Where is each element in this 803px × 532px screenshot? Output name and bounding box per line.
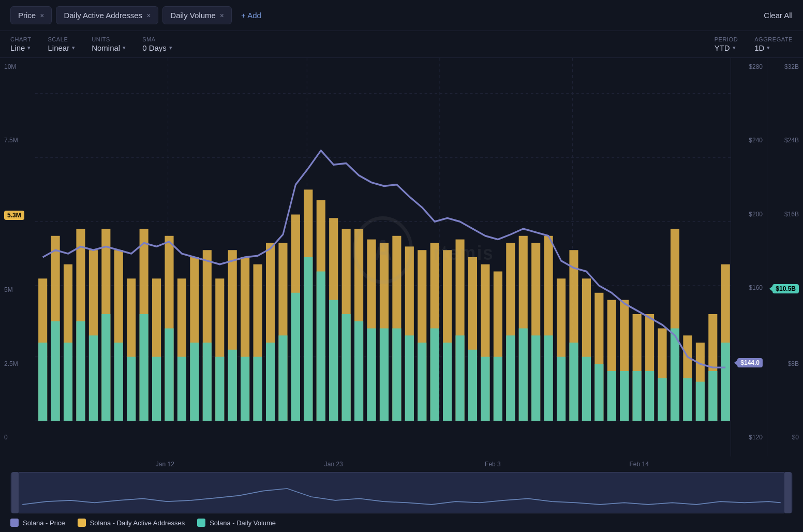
legend-active-label: Solana - Daily Active Addresses	[90, 519, 185, 527]
svg-rect-15	[64, 343, 72, 421]
svg-rect-53	[304, 257, 313, 421]
svg-rect-77	[456, 335, 465, 421]
aggregate-arrow-icon: ▾	[767, 45, 770, 51]
sma-control: SMA 0 Days ▾	[142, 36, 172, 52]
chart-control: CHART Line ▾	[10, 36, 31, 52]
sma-selector[interactable]: 0 Days ▾	[142, 43, 172, 52]
tab-daily-active-close[interactable]: ×	[146, 11, 151, 20]
tab-daily-volume-close[interactable]: ×	[220, 11, 224, 20]
legend: Solana - Price Solana - Daily Active Add…	[0, 513, 803, 532]
y-left-10m: 10M	[4, 63, 31, 70]
volume-badge: $10.5B	[772, 284, 799, 293]
svg-rect-37	[203, 343, 212, 421]
clear-all-button[interactable]: Clear All	[764, 11, 793, 20]
svg-rect-11	[38, 343, 47, 421]
sma-arrow-icon: ▾	[169, 45, 172, 51]
tab-daily-active-label: Daily Active Addresses	[64, 11, 142, 20]
period-label: PERIOD	[715, 36, 738, 42]
legend-price: Solana - Price	[10, 519, 65, 527]
x-axis: Jan 12 Jan 23 Feb 3 Feb 14	[0, 456, 803, 472]
legend-price-label: Solana - Price	[23, 519, 65, 527]
legend-volume-label: Solana - Daily Volume	[210, 519, 276, 527]
scale-label: SCALE	[48, 36, 75, 42]
svg-rect-97	[582, 357, 591, 421]
y-right2-0: $0	[771, 434, 799, 441]
tab-daily-volume-label: Daily Volume	[170, 11, 216, 20]
svg-rect-43	[241, 357, 249, 421]
period-control: PERIOD YTD ▾	[715, 36, 738, 52]
y-right1-200: $200	[735, 211, 763, 218]
svg-rect-61	[354, 321, 363, 421]
chart-selector[interactable]: Line ▾	[10, 43, 31, 52]
mini-chart-handle-right[interactable]	[784, 472, 792, 513]
chart-inner[interactable]: A rtemis	[35, 58, 731, 456]
svg-rect-41	[228, 350, 237, 421]
sma-label: SMA	[142, 36, 172, 42]
y-left-highlight: 5.3M	[4, 211, 24, 220]
tab-price[interactable]: Price ×	[10, 6, 52, 24]
legend-daily-volume: Solana - Daily Volume	[197, 519, 276, 527]
svg-rect-105	[633, 371, 642, 421]
svg-rect-59	[342, 314, 351, 421]
svg-rect-31	[165, 329, 173, 421]
x-label-feb3: Feb 3	[485, 461, 501, 468]
y-left-75m: 7.5M	[4, 137, 31, 144]
svg-rect-25	[127, 357, 136, 421]
svg-rect-29	[152, 357, 161, 421]
y-right2-32b: $32B	[771, 63, 799, 70]
mini-chart[interactable]	[10, 472, 793, 513]
svg-rect-35	[190, 343, 199, 421]
svg-rect-45	[254, 357, 262, 421]
scale-control: SCALE Linear ▾	[48, 36, 75, 52]
mini-chart-selection	[19, 472, 784, 513]
legend-daily-active: Solana - Daily Active Addresses	[78, 519, 185, 527]
units-control: UNITS Nominal ▾	[92, 36, 126, 52]
svg-rect-83	[494, 357, 502, 421]
tab-bar: Price × Daily Active Addresses × Daily V…	[0, 0, 803, 31]
svg-rect-109	[658, 378, 666, 421]
chart-main: 10M 7.5M 5.3M 5M 2.5M 0	[0, 58, 803, 456]
y-right1-240: $240	[735, 137, 763, 144]
controls-bar: CHART Line ▾ SCALE Linear ▾ UNITS Nomina…	[0, 31, 803, 58]
chart-wrapper: 10M 7.5M 5.3M 5M 2.5M 0	[0, 58, 803, 532]
price-badge: $144.0	[737, 358, 763, 367]
tab-price-close[interactable]: ×	[40, 11, 44, 20]
y-right1-280: $280	[735, 63, 763, 70]
y-axis-right1: $280 $240 $200 $160 $144.0 $120	[731, 58, 767, 456]
svg-rect-33	[177, 357, 186, 421]
x-label-feb14: Feb 14	[629, 461, 648, 468]
svg-rect-85	[506, 335, 515, 421]
y-left-0: 0	[4, 434, 31, 441]
svg-rect-19	[89, 335, 98, 421]
svg-rect-119	[721, 343, 730, 421]
svg-rect-101	[607, 371, 616, 421]
scale-selector[interactable]: Linear ▾	[48, 43, 75, 52]
svg-rect-69	[405, 335, 414, 421]
mini-chart-handle-left[interactable]	[11, 472, 19, 513]
units-selector[interactable]: Nominal ▾	[92, 43, 126, 52]
period-selector[interactable]: YTD ▾	[715, 43, 738, 52]
svg-rect-99	[594, 364, 603, 421]
tab-daily-active[interactable]: Daily Active Addresses ×	[56, 6, 158, 24]
aggregate-selector[interactable]: 1D ▾	[754, 43, 793, 52]
svg-rect-23	[114, 343, 123, 421]
x-label-jan12: Jan 12	[156, 461, 174, 468]
svg-rect-27	[140, 314, 148, 421]
svg-rect-39	[215, 357, 224, 421]
svg-rect-49	[278, 335, 287, 421]
svg-rect-13	[51, 321, 60, 421]
tab-daily-volume[interactable]: Daily Volume ×	[162, 6, 232, 24]
y-axis-left: 10M 7.5M 5.3M 5M 2.5M 0	[0, 58, 35, 456]
add-metric-button[interactable]: + Add	[236, 7, 266, 24]
y-right2-16b: $16B	[771, 211, 799, 218]
svg-rect-21	[101, 314, 110, 421]
y-right2-24b: $24B	[771, 137, 799, 144]
y-axis-right2: $32B $24B $16B $10.5B $8B $0	[767, 58, 803, 456]
svg-rect-55	[317, 272, 325, 421]
y-right2-8b: $8B	[771, 360, 799, 367]
y-right1-160: $160	[735, 284, 763, 291]
svg-rect-107	[645, 371, 654, 421]
chart-svg: A rtemis	[35, 58, 731, 456]
aggregate-label: AGGREGATE	[754, 36, 793, 42]
legend-volume-swatch	[197, 519, 205, 527]
